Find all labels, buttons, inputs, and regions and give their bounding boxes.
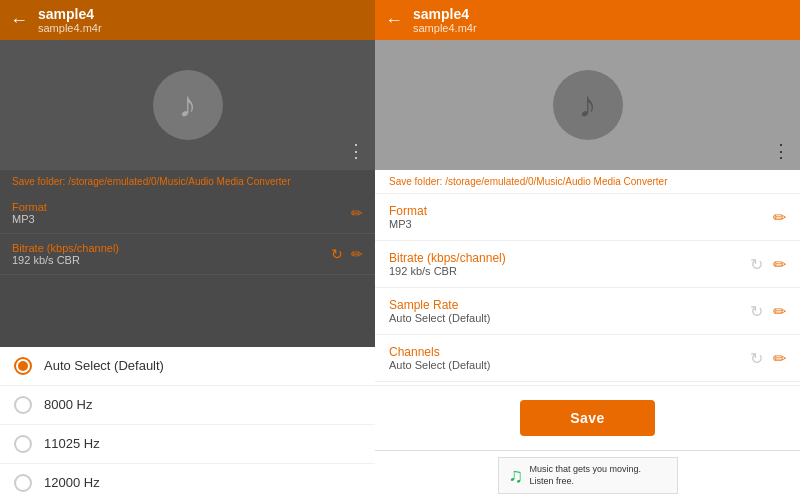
right-save-folder: Save folder: /storage/emulated/0/Music/A… — [375, 170, 800, 194]
left-back-button[interactable]: ← — [10, 10, 28, 31]
left-album-art: ♪ ⋮ — [0, 40, 375, 170]
left-save-folder-path: /storage/emulated/0/Music/Audio Media Co… — [65, 176, 290, 187]
save-area: Save — [375, 385, 800, 450]
form-label-right: Format — [389, 204, 427, 218]
right-music-note-icon: ♪ — [579, 84, 597, 126]
left-header-text: sample4 sample4.m4r — [38, 6, 102, 34]
left-bitrate-icons: ↻ ✏ — [331, 246, 363, 262]
radio-item[interactable]: 8000 Hz — [0, 386, 375, 425]
radio-list: Auto Select (Default)8000 Hz11025 Hz1200… — [0, 347, 375, 501]
left-panel: ← sample4 sample4.m4r ♪ ⋮ Save folder: /… — [0, 0, 375, 500]
edit-icon[interactable]: ✏ — [773, 349, 786, 368]
right-album-art: ♪ ⋮ — [375, 40, 800, 170]
music-note-icon: ♪ — [179, 84, 197, 126]
right-panel: ← sample4 sample4.m4r ♪ ⋮ Save folder: /… — [375, 0, 800, 500]
right-save-folder-label: Save folder: — [389, 176, 442, 187]
right-header-text: sample4 sample4.m4r — [413, 6, 477, 34]
right-more-button[interactable]: ⋮ — [772, 140, 790, 162]
refresh-icon[interactable]: ↻ — [750, 302, 763, 321]
right-form-icons: ↻✏ — [750, 349, 786, 368]
refresh-icon[interactable]: ↻ — [750, 349, 763, 368]
ad-banner: ♫ Music that gets you moving. Listen fre… — [375, 450, 800, 500]
left-title: sample4 — [38, 6, 102, 22]
form-info: Sample RateAuto Select (Default) — [389, 298, 491, 324]
form-value-right: Auto Select (Default) — [389, 359, 491, 371]
left-bitrate-refresh-icon[interactable]: ↻ — [331, 246, 343, 262]
right-back-button[interactable]: ← — [385, 10, 403, 31]
form-label-right: Channels — [389, 345, 491, 359]
right-form-row: ChannelsAuto Select (Default)↻✏ — [375, 335, 800, 382]
left-format-edit-icon[interactable]: ✏ — [351, 205, 363, 221]
radio-circle — [14, 474, 32, 492]
radio-circle — [14, 435, 32, 453]
left-format-label: Format — [12, 201, 47, 213]
form-info: Bitrate (kbps/channel)192 kb/s CBR — [389, 251, 506, 277]
left-save-folder-label: Save folder: — [12, 176, 65, 187]
left-format-icons: ✏ — [351, 205, 363, 221]
right-form-icons: ↻✏ — [750, 255, 786, 274]
left-more-button[interactable]: ⋮ — [347, 140, 365, 162]
left-save-folder: Save folder: /storage/emulated/0/Music/A… — [0, 170, 375, 193]
left-music-icon: ♪ — [153, 70, 223, 140]
radio-item[interactable]: Auto Select (Default) — [0, 347, 375, 386]
right-form-icons: ✏ — [773, 208, 786, 227]
right-header: ← sample4 sample4.m4r — [375, 0, 800, 40]
edit-icon[interactable]: ✏ — [773, 255, 786, 274]
left-bitrate-row: Bitrate (kbps/channel) 192 kb/s CBR ↻ ✏ — [0, 234, 375, 275]
left-format-value: MP3 — [12, 213, 47, 225]
radio-item[interactable]: 12000 Hz — [0, 464, 375, 501]
form-value-right: 192 kb/s CBR — [389, 265, 506, 277]
right-save-folder-path: /storage/emulated/0/Music/Audio Media Co… — [442, 176, 667, 187]
radio-label: 8000 Hz — [44, 397, 92, 412]
form-label-right: Bitrate (kbps/channel) — [389, 251, 506, 265]
left-subtitle: sample4.m4r — [38, 22, 102, 34]
right-form: FormatMP3✏Bitrate (kbps/channel)192 kb/s… — [375, 194, 800, 385]
left-bitrate-edit-icon[interactable]: ✏ — [351, 246, 363, 262]
left-format-row: Format MP3 ✏ — [0, 193, 375, 234]
right-music-icon: ♪ — [553, 70, 623, 140]
form-value-right: MP3 — [389, 218, 427, 230]
save-button[interactable]: Save — [520, 400, 655, 436]
edit-icon[interactable]: ✏ — [773, 208, 786, 227]
radio-circle — [14, 357, 32, 375]
left-header: ← sample4 sample4.m4r — [0, 0, 375, 40]
ad-text: Music that gets you moving. Listen free. — [530, 464, 667, 487]
ad-content[interactable]: ♫ Music that gets you moving. Listen fre… — [498, 457, 678, 494]
left-form: Format MP3 ✏ Bitrate (kbps/channel) 192 … — [0, 193, 375, 347]
right-subtitle: sample4.m4r — [413, 22, 477, 34]
right-form-row: Sample RateAuto Select (Default)↻✏ — [375, 288, 800, 335]
radio-label: Auto Select (Default) — [44, 358, 164, 373]
left-bitrate-value: 192 kb/s CBR — [12, 254, 119, 266]
form-info: FormatMP3 — [389, 204, 427, 230]
left-bitrate-label: Bitrate (kbps/channel) — [12, 242, 119, 254]
refresh-icon[interactable]: ↻ — [750, 255, 763, 274]
radio-item[interactable]: 11025 Hz — [0, 425, 375, 464]
form-info: ChannelsAuto Select (Default) — [389, 345, 491, 371]
right-form-row: Bitrate (kbps/channel)192 kb/s CBR↻✏ — [375, 241, 800, 288]
right-title: sample4 — [413, 6, 477, 22]
form-label-right: Sample Rate — [389, 298, 491, 312]
radio-label: 12000 Hz — [44, 475, 100, 490]
edit-icon[interactable]: ✏ — [773, 302, 786, 321]
right-form-row: FormatMP3✏ — [375, 194, 800, 241]
ad-spotify-icon: ♫ — [509, 464, 524, 487]
radio-label: 11025 Hz — [44, 436, 100, 451]
radio-circle — [14, 396, 32, 414]
form-value-right: Auto Select (Default) — [389, 312, 491, 324]
right-form-icons: ↻✏ — [750, 302, 786, 321]
